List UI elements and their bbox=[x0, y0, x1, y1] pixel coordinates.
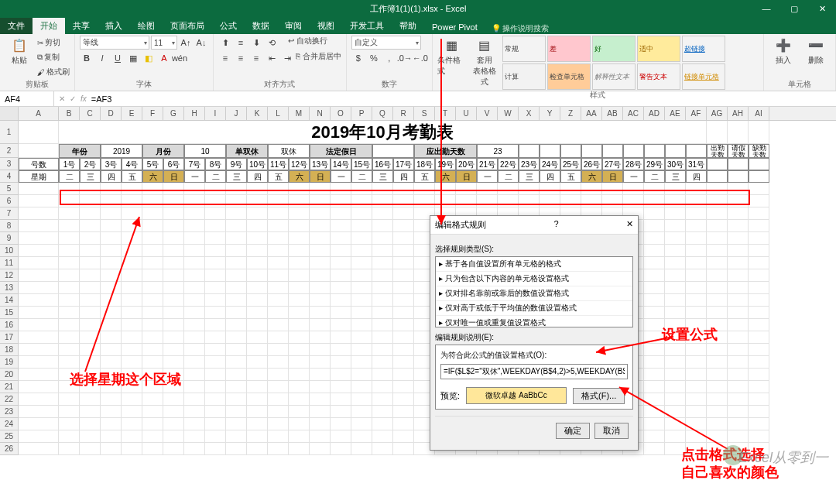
cell[interactable] bbox=[372, 183, 393, 195]
cell[interactable] bbox=[749, 430, 769, 443]
percent-icon[interactable]: % bbox=[367, 51, 381, 65]
cell[interactable] bbox=[644, 183, 665, 195]
row-header[interactable]: 21 bbox=[0, 381, 19, 393]
cell[interactable] bbox=[289, 269, 310, 282]
col-header[interactable]: W bbox=[498, 107, 519, 120]
cell[interactable] bbox=[226, 307, 247, 319]
cell[interactable] bbox=[59, 195, 80, 207]
cell[interactable]: 六 bbox=[142, 170, 163, 183]
col-header[interactable]: F bbox=[142, 107, 163, 120]
cell[interactable] bbox=[644, 307, 665, 319]
cell[interactable] bbox=[644, 418, 665, 430]
cell[interactable] bbox=[686, 220, 707, 232]
col-header[interactable]: T bbox=[435, 107, 456, 120]
cell[interactable] bbox=[142, 443, 163, 455]
cell[interactable]: 号数 bbox=[19, 158, 59, 170]
cell[interactable] bbox=[268, 344, 289, 356]
cell[interactable] bbox=[247, 319, 268, 331]
cell[interactable] bbox=[498, 183, 519, 195]
cell[interactable] bbox=[477, 183, 498, 195]
row-header[interactable]: 13 bbox=[0, 282, 19, 294]
cell[interactable] bbox=[163, 406, 184, 418]
row-header[interactable]: 6 bbox=[0, 195, 19, 207]
cell[interactable] bbox=[665, 369, 686, 381]
cell[interactable] bbox=[372, 430, 393, 443]
col-header[interactable]: D bbox=[101, 107, 122, 120]
cell[interactable]: 三 bbox=[372, 170, 393, 183]
cut-button[interactable]: ✂ 剪切 bbox=[37, 36, 70, 50]
row-header[interactable]: 24 bbox=[0, 418, 19, 430]
cell[interactable]: 应出勤天数 bbox=[414, 144, 477, 158]
cell[interactable] bbox=[226, 406, 247, 418]
cell[interactable] bbox=[122, 269, 142, 282]
dialog-close-icon[interactable]: ✕ bbox=[626, 219, 633, 231]
cell[interactable]: 六 bbox=[581, 170, 602, 183]
cell[interactable] bbox=[247, 257, 268, 269]
col-header[interactable]: M bbox=[289, 107, 310, 120]
cell[interactable] bbox=[205, 356, 226, 369]
cell[interactable] bbox=[665, 344, 686, 356]
cell[interactable] bbox=[247, 232, 268, 245]
cell[interactable] bbox=[247, 207, 268, 220]
cell[interactable] bbox=[707, 158, 728, 170]
cell[interactable]: 18号 bbox=[414, 158, 435, 170]
col-header[interactable]: R bbox=[393, 107, 414, 120]
cell[interactable] bbox=[331, 331, 351, 344]
cell[interactable] bbox=[289, 232, 310, 245]
cell[interactable] bbox=[289, 207, 310, 220]
cell[interactable] bbox=[665, 443, 686, 455]
cell[interactable] bbox=[644, 144, 665, 158]
rule-option[interactable]: ▸ 仅对唯一值或重复值设置格式 bbox=[436, 316, 632, 327]
cell[interactable] bbox=[163, 418, 184, 430]
cell[interactable] bbox=[122, 282, 142, 294]
cell[interactable] bbox=[707, 307, 728, 319]
col-header[interactable]: X bbox=[519, 107, 540, 120]
cell[interactable]: 2号 bbox=[80, 158, 101, 170]
cell[interactable] bbox=[310, 207, 331, 220]
italic-icon[interactable]: I bbox=[95, 51, 109, 65]
cell[interactable] bbox=[393, 406, 414, 418]
dec-decimal-icon[interactable]: ←.0 bbox=[413, 51, 427, 65]
cell[interactable]: 缺勤 天数 bbox=[749, 144, 769, 158]
cell[interactable] bbox=[226, 344, 247, 356]
cell[interactable] bbox=[268, 183, 289, 195]
cell[interactable]: 五 bbox=[414, 170, 435, 183]
tab-view[interactable]: 视图 bbox=[310, 18, 342, 34]
cell[interactable] bbox=[644, 319, 665, 331]
cell[interactable] bbox=[331, 232, 351, 245]
cell[interactable] bbox=[101, 257, 122, 269]
cell[interactable] bbox=[728, 220, 749, 232]
cell[interactable] bbox=[268, 369, 289, 381]
cell[interactable] bbox=[205, 369, 226, 381]
cell[interactable] bbox=[665, 381, 686, 393]
cell[interactable] bbox=[686, 381, 707, 393]
cell[interactable] bbox=[644, 430, 665, 443]
cell[interactable] bbox=[122, 430, 142, 443]
cell[interactable]: 15号 bbox=[351, 158, 372, 170]
name-box[interactable]: AF4 bbox=[0, 91, 54, 106]
cell[interactable]: 一 bbox=[477, 170, 498, 183]
cell[interactable]: 请假 天数 bbox=[728, 144, 749, 158]
cell[interactable] bbox=[142, 294, 163, 307]
cell[interactable] bbox=[665, 195, 686, 207]
cell[interactable] bbox=[19, 257, 59, 269]
cell[interactable]: 10 bbox=[184, 144, 226, 158]
cell[interactable] bbox=[749, 381, 769, 393]
cell[interactable] bbox=[331, 406, 351, 418]
cell[interactable] bbox=[602, 144, 623, 158]
cell[interactable]: 28号 bbox=[623, 158, 644, 170]
cell[interactable] bbox=[101, 418, 122, 430]
cell[interactable]: 9号 bbox=[226, 158, 247, 170]
cell[interactable] bbox=[560, 183, 581, 195]
cell[interactable] bbox=[289, 282, 310, 294]
cell[interactable] bbox=[644, 406, 665, 418]
cell[interactable] bbox=[414, 183, 435, 195]
cell[interactable] bbox=[80, 418, 101, 430]
align-center-icon[interactable]: ≡ bbox=[234, 51, 248, 65]
cell[interactable] bbox=[393, 443, 414, 455]
cell[interactable] bbox=[393, 245, 414, 257]
cell[interactable] bbox=[686, 257, 707, 269]
cell[interactable] bbox=[393, 282, 414, 294]
cell[interactable] bbox=[519, 195, 540, 207]
cell[interactable] bbox=[226, 356, 247, 369]
